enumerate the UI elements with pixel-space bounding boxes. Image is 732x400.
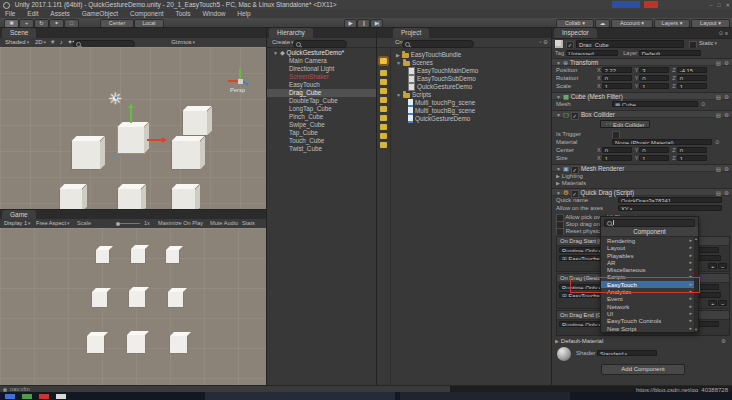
aspect-dropdown[interactable]: Free Aspect [34,219,71,228]
reset-physic-checkbox[interactable] [556,228,564,235]
2d-toggle[interactable]: 2D [33,38,48,47]
lighting-foldout[interactable]: ▶Lighting [556,173,583,180]
scroll-up-icon[interactable]: ▲ [694,236,698,241]
project-search-input[interactable] [402,40,474,48]
minimize-button[interactable]: – [709,2,712,8]
add-component-button[interactable]: Add Component [601,364,685,375]
scroll-down-icon[interactable]: ▼ [694,327,698,332]
maximize-button[interactable]: □ [717,2,720,8]
help-icon[interactable]: ▤ [716,59,721,67]
hierarchy-item-tap-cube[interactable]: Tap_Cube [267,129,377,137]
project-script-multitouchpg[interactable]: Multi_touchPg_scene [392,99,552,107]
project-scene-easytouchmaindemo[interactable]: EasyTouchMainDemo [392,67,552,75]
position-y-field[interactable]: 3 [639,67,669,73]
hierarchy-create-button[interactable]: Create [270,38,296,47]
menu-item-event[interactable]: Event [601,295,698,302]
help-icon[interactable]: ▤ [716,189,721,197]
collab-button[interactable]: Collab ▾ [556,19,594,28]
center-y-field[interactable]: 0 [639,147,669,153]
selected-drag-cube[interactable] [118,127,144,153]
hierarchy-item-longtap-cube[interactable]: LongTap_Cube [267,105,377,113]
allow-pick-checkbox[interactable] [556,214,564,221]
is-trigger-checkbox[interactable] [612,131,620,138]
stats-toggle[interactable]: Stats [242,219,255,228]
help-icon[interactable]: ▤ [716,165,721,173]
tab-game[interactable]: Game [2,210,36,219]
rect-tool-icon[interactable]: □ [64,19,79,28]
tab-scene[interactable]: Scene [2,28,36,38]
pivot-toggle-button[interactable]: Center [100,19,134,28]
position-z-field[interactable]: -4.15 [677,67,707,73]
rotation-z-field[interactable]: 0 [677,75,707,81]
menu-file[interactable]: File [0,9,20,18]
menu-gameobject[interactable]: GameObject [77,9,124,18]
center-x-field[interactable]: 0 [602,147,632,153]
tab-project[interactable]: Project [393,28,429,38]
event-add-button[interactable]: + [708,300,717,306]
hierarchy-item-easytouch[interactable]: EasyTouch [267,81,377,89]
menu-assets[interactable]: Assets [45,9,75,18]
menu-item-new-script[interactable]: New Script [601,325,698,332]
asset-icon[interactable] [380,115,387,121]
project-folder-scripts[interactable]: ▼Scripts [392,91,552,99]
scene-orientation-gizmo[interactable]: Persp [228,69,258,95]
hierarchy-item-swipe-cube[interactable]: Swipe_Cube [267,121,377,129]
mute-audio-toggle[interactable]: Mute Audio [210,219,238,228]
layer-dropdown[interactable]: Default [639,50,701,56]
scene-gizmos-dropdown[interactable]: Gizmos [169,38,197,47]
rotate-tool-icon[interactable]: ↻ [34,19,49,28]
scene-cube[interactable] [118,189,141,212]
size-y-field[interactable]: 1 [639,155,669,161]
menu-item-network[interactable]: Network [601,303,698,310]
asset-icon[interactable] [380,97,387,103]
event-add-button[interactable]: + [708,263,717,269]
lock-icon[interactable]: ⊙ ≡ [719,30,728,36]
play-button[interactable]: ▶ [344,19,357,28]
scene-cube[interactable] [72,141,100,169]
quick-name-field[interactable]: QuickDrag3a78341 [618,197,722,203]
quick-drag-header[interactable]: ▼⚙✓Quick Drag (Script)⚙▤ [552,188,732,196]
gear-icon[interactable]: ⚙ [724,189,729,197]
project-folder-scenes[interactable]: ▼Scenes [392,59,552,67]
asset-icon[interactable] [380,79,387,85]
axes-dropdown[interactable]: XY [618,205,722,211]
position-x-field[interactable]: 2.22 [602,67,632,73]
rotation-y-field[interactable]: 0 [639,75,669,81]
scene-viewport[interactable]: ☀▼ Persp [0,47,267,210]
transform-header[interactable]: ▼⊕ Transform⚙▤ [552,58,732,66]
close-button[interactable]: ✕ [725,2,730,8]
hierarchy-item-screenshaker[interactable]: ScreenShaker [267,73,377,81]
menu-item-ar[interactable]: AR [601,259,698,266]
tag-dropdown[interactable]: Untagged [566,50,618,56]
help-icon[interactable]: ▤ [716,111,721,119]
asset-icon[interactable] [380,142,387,148]
scale-slider-handle[interactable] [116,222,120,226]
move-gizmo-y-axis[interactable] [130,105,132,123]
cloud-icon[interactable]: ☁ [595,19,610,28]
event-remove-button[interactable]: − [718,263,727,269]
directional-light-icon[interactable]: ☀▼ [108,89,122,108]
help-icon[interactable]: ▤ [716,93,721,101]
tab-inspector[interactable]: Inspector [554,28,597,38]
space-toggle-button[interactable]: Local [134,19,164,28]
menu-item-rendering[interactable]: Rendering [601,237,698,244]
menu-item-layout[interactable]: Layout [601,244,698,251]
hierarchy-item-touch-cube[interactable]: Touch_Cube [267,137,377,145]
static-checkbox[interactable] [689,41,697,48]
edit-collider-button[interactable]: ⬚ Edit Collider [600,120,650,128]
scale-x-field[interactable]: 1 [602,83,632,89]
persp-label[interactable]: Persp [230,87,245,93]
scale-z-field[interactable]: 1 [677,83,707,89]
step-button[interactable]: ▶| [370,19,383,28]
scale-slider[interactable] [118,223,140,224]
scale-y-field[interactable]: 1 [639,83,669,89]
hierarchy-item-main-camera[interactable]: Main Camera [267,57,377,65]
hierarchy-item-drag-cube[interactable]: Drag_Cube [267,89,377,97]
project-folder-easytouchbundle[interactable]: ▶EasyTouchBundle [392,51,552,59]
menu-item-easytouch-controls[interactable]: EasyTouch Controls [601,317,698,324]
asset-icon[interactable] [380,133,387,139]
size-z-field[interactable]: 1 [677,155,707,161]
mesh-field[interactable]: ▦ Cube [612,101,698,107]
gear-icon[interactable]: ⚙ [724,165,729,173]
physic-material-field[interactable]: None (Physic Material) [612,139,712,145]
